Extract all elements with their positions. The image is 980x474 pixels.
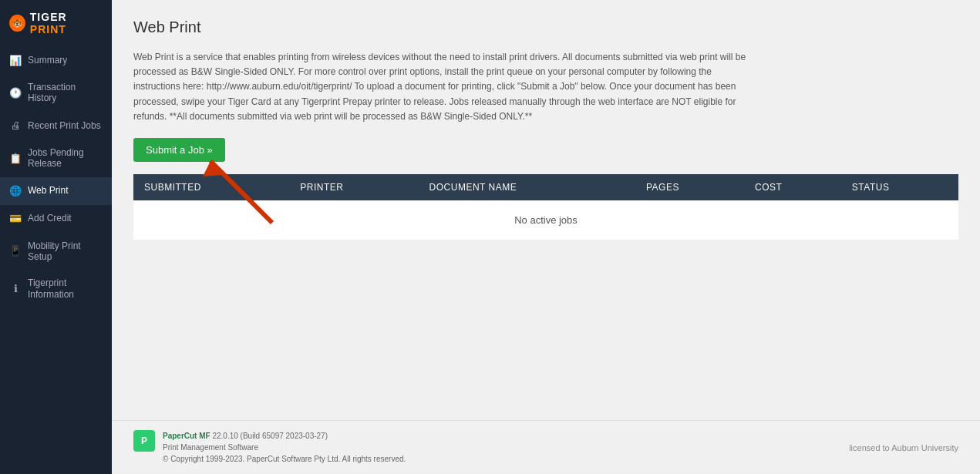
- logo-text-main: TIGER: [30, 11, 67, 23]
- footer-product-line: PaperCut MF 22.0.10 (Build 65097 2023-03…: [163, 430, 406, 442]
- nav-label-transaction-history: Transaction History: [28, 82, 103, 104]
- col-header-printer: PRINTER: [289, 174, 418, 200]
- footer-licensed-to: licensed to Auburn University: [849, 443, 958, 452]
- submit-area: Submit a Job »: [133, 138, 225, 174]
- nav-label-jobs-pending-release: Jobs Pending Release: [28, 147, 103, 170]
- sidebar: 🐯 TIGER PRINT 📊 Summary 🕐 Transaction Hi…: [0, 0, 112, 474]
- sidebar-item-tigerprint-information[interactable]: ℹ Tigerprint Information: [0, 270, 112, 308]
- footer-version: 22.0.10 (Build 65097 2023-03-27): [212, 432, 328, 440]
- sidebar-item-recent-print-jobs[interactable]: 🖨 Recent Print Jobs: [0, 112, 112, 140]
- empty-message: No active jobs: [133, 200, 958, 240]
- nav-icon-mobility-print-setup: 📱: [9, 245, 22, 257]
- logo-text: TIGER PRINT: [30, 11, 103, 35]
- footer-logo: P: [133, 430, 155, 452]
- table-header: SUBMITTEDPRINTERDOCUMENT NAMEPAGESCOSTST…: [133, 174, 958, 200]
- nav-list: 📊 Summary 🕐 Transaction History 🖨 Recent…: [0, 46, 112, 308]
- nav-icon-jobs-pending-release: 📋: [9, 152, 22, 164]
- footer-info: PaperCut MF 22.0.10 (Build 65097 2023-03…: [163, 430, 406, 465]
- no-jobs-row: No active jobs: [133, 200, 958, 240]
- sidebar-item-summary[interactable]: 📊 Summary: [0, 46, 112, 74]
- page-footer: P PaperCut MF 22.0.10 (Build 65097 2023-…: [112, 420, 980, 474]
- nav-icon-add-credit: 💳: [9, 213, 22, 225]
- table-body: No active jobs: [133, 200, 958, 240]
- col-header-submitted: SUBMITTED: [133, 174, 289, 200]
- sidebar-item-mobility-print-setup[interactable]: 📱 Mobility Print Setup: [0, 233, 112, 271]
- col-header-cost: COST: [744, 174, 841, 200]
- sidebar-item-web-print[interactable]: 🌐 Web Print: [0, 177, 112, 205]
- main-content: Web Print Web Print is a service that en…: [112, 0, 980, 474]
- nav-icon-transaction-history: 🕐: [9, 86, 22, 99]
- jobs-table: SUBMITTEDPRINTERDOCUMENT NAMEPAGESCOSTST…: [133, 174, 958, 240]
- nav-icon-web-print: 🌐: [9, 185, 22, 197]
- logo-icon: 🐯: [9, 15, 25, 32]
- page-title: Web Print: [133, 18, 958, 36]
- nav-label-recent-print-jobs: Recent Print Jobs: [28, 120, 101, 131]
- logo-text-sub: PRINT: [30, 23, 66, 35]
- footer-description: Print Management Software: [163, 442, 406, 453]
- nav-label-add-credit: Add Credit: [28, 213, 72, 224]
- nav-label-web-print: Web Print: [28, 185, 68, 196]
- footer-product-name: PaperCut MF: [163, 432, 210, 440]
- nav-icon-recent-print-jobs: 🖨: [9, 119, 22, 132]
- sidebar-item-add-credit[interactable]: 💳 Add Credit: [0, 205, 112, 233]
- nav-label-mobility-print-setup: Mobility Print Setup: [28, 240, 103, 263]
- logo: 🐯 TIGER PRINT: [0, 0, 112, 46]
- footer-copyright: © Copyright 1999-2023. PaperCut Software…: [163, 453, 406, 465]
- footer-left: P PaperCut MF 22.0.10 (Build 65097 2023-…: [133, 430, 406, 465]
- submit-job-button[interactable]: Submit a Job »: [133, 138, 225, 162]
- nav-label-tigerprint-information: Tigerprint Information: [28, 277, 103, 300]
- page-area: Web Print Web Print is a service that en…: [112, 0, 980, 420]
- sidebar-item-transaction-history[interactable]: 🕐 Transaction History: [0, 74, 112, 112]
- sidebar-item-jobs-pending-release[interactable]: 📋 Jobs Pending Release: [0, 140, 112, 177]
- info-text: Web Print is a service that enables prin…: [133, 50, 750, 124]
- table-header-row: SUBMITTEDPRINTERDOCUMENT NAMEPAGESCOSTST…: [133, 174, 958, 200]
- nav-label-summary: Summary: [28, 55, 67, 66]
- nav-icon-tigerprint-information: ℹ: [9, 283, 22, 295]
- col-header-document_name: DOCUMENT NAME: [419, 174, 635, 200]
- col-header-pages: PAGES: [635, 174, 744, 200]
- col-header-status: STATUS: [841, 174, 958, 200]
- nav-icon-summary: 📊: [9, 54, 22, 66]
